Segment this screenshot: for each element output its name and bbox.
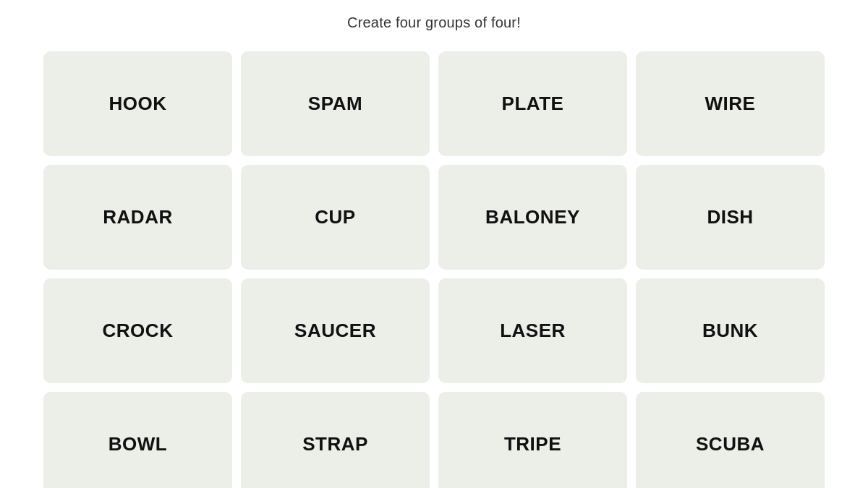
tile-label-spam: SPAM [308,93,362,115]
tile-label-baloney: BALONEY [485,206,580,228]
tile-label-dish: DISH [707,206,753,228]
tile-tripe[interactable]: TRIPE [438,392,627,488]
tile-radar[interactable]: RADAR [43,165,232,270]
tile-label-saucer: SAUCER [294,320,376,342]
word-grid: HOOKSPAMPLATEWIRERADARCUPBALONEYDISHCROC… [43,51,825,488]
tile-label-bunk: BUNK [702,320,758,342]
tile-label-laser: LASER [500,320,566,342]
tile-label-radar: RADAR [103,206,172,228]
tile-dish[interactable]: DISH [636,165,825,270]
tile-label-cup: CUP [315,206,355,228]
tile-label-wire: WIRE [705,93,756,115]
tile-bunk[interactable]: BUNK [636,278,825,383]
tile-label-crock: CROCK [103,320,174,342]
tile-bowl[interactable]: BOWL [43,392,232,488]
tile-cup[interactable]: CUP [241,165,430,270]
tile-label-scuba: SCUBA [696,433,765,455]
tile-spam[interactable]: SPAM [241,51,430,156]
tile-baloney[interactable]: BALONEY [438,165,627,270]
tile-label-bowl: BOWL [109,433,168,455]
tile-label-strap: STRAP [302,433,368,455]
tile-crock[interactable]: CROCK [43,278,232,383]
tile-label-plate: PLATE [502,93,564,115]
tile-wire[interactable]: WIRE [636,51,825,156]
tile-laser[interactable]: LASER [438,278,627,383]
tile-scuba[interactable]: SCUBA [636,392,825,488]
tile-plate[interactable]: PLATE [438,51,627,156]
tile-hook[interactable]: HOOK [43,51,232,156]
tile-strap[interactable]: STRAP [241,392,430,488]
tile-label-hook: HOOK [109,93,166,115]
tile-saucer[interactable]: SAUCER [241,278,430,383]
subtitle: Create four groups of four! [347,14,521,31]
tile-label-tripe: TRIPE [504,433,561,455]
